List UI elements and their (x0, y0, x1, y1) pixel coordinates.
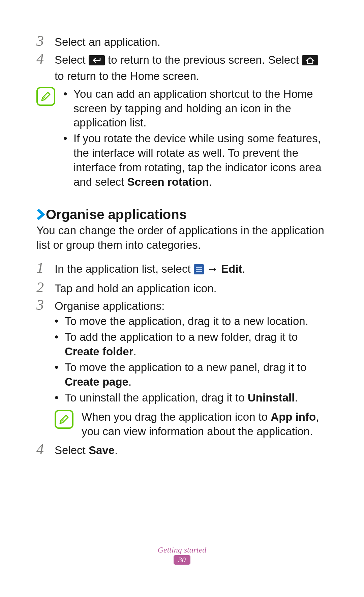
text-fragment: Select (55, 444, 89, 456)
step-1: 1 In the application list, select → Edit… (36, 261, 328, 278)
bullet-text: To add the application to a new folder, … (65, 330, 328, 359)
bold-text: Uninstall (248, 391, 295, 404)
text-fragment: → (204, 263, 221, 275)
text-fragment: . (295, 391, 298, 404)
sub-bullet: • To move the application to a new panel… (55, 360, 328, 389)
bullet-dot: • (63, 87, 73, 101)
sub-bullet: • To uninstall the application, drag it … (55, 391, 328, 405)
bold-text: Create page (65, 376, 128, 388)
bullet-text: To move the application, drag it to a ne… (65, 314, 328, 329)
note-body: When you drag the application icon to Ap… (82, 410, 328, 439)
note-bullet: • If you rotate the device while using s… (63, 131, 328, 189)
menu-key-icon (194, 264, 204, 278)
note-icon-wrap (55, 410, 82, 429)
sub-bullets: • To move the application, drag it to a … (55, 314, 328, 405)
step-text: Tap and hold an application icon. (55, 280, 217, 296)
text-fragment: . (115, 444, 118, 456)
step-2: 2 Tap and hold an application icon. (36, 280, 328, 296)
bullet-dot: • (63, 131, 73, 146)
step-3: 3 Select an application. (36, 34, 328, 50)
svg-rect-5 (196, 267, 202, 268)
bullet-dot: • (55, 330, 65, 345)
svg-rect-6 (196, 269, 202, 270)
step-number: 4 (36, 442, 55, 457)
bullet-text: You can add an application shortcut to t… (73, 87, 328, 130)
text-fragment: Select (55, 54, 89, 66)
note-block: • You can add an application shortcut to… (36, 87, 328, 191)
text-fragment: . (128, 376, 131, 388)
svg-rect-1 (302, 55, 318, 65)
note-icon (55, 410, 73, 429)
step-number: 3 (36, 298, 55, 312)
text-fragment: To uninstall the application, drag it to (65, 391, 248, 404)
note-bullet: • You can add an application shortcut to… (63, 87, 328, 130)
back-key-icon (89, 55, 105, 69)
step-text: Select Save. (55, 442, 118, 458)
step-text: Organise applications: • To move the app… (55, 298, 328, 406)
bullet-text: If you rotate the device while using som… (73, 131, 328, 189)
text-fragment: . (242, 263, 245, 275)
bullet-text: To move the application to a new panel, … (65, 360, 328, 389)
step-text: Select to return to the previous screen.… (55, 52, 328, 84)
step-number: 4 (36, 52, 55, 66)
bullet-dot: • (55, 360, 65, 375)
bullet-dot: • (55, 391, 65, 405)
bullet-dot: • (55, 314, 65, 329)
step-text: In the application list, select → Edit. (55, 261, 245, 278)
step-number: 3 (36, 34, 55, 49)
home-key-icon (302, 55, 318, 69)
step-3b: 3 Organise applications: • To move the a… (36, 298, 328, 406)
note-body: • You can add an application shortcut to… (63, 87, 328, 191)
step-lead: Organise applications: (55, 299, 328, 314)
page-number-badge: 30 (174, 555, 190, 565)
bold-text: Edit (221, 263, 242, 275)
manual-page: 3 Select an application. 4 Select to ret… (0, 0, 364, 597)
text-fragment: To add the application to a new folder, … (65, 331, 298, 343)
section-heading: Organise applications (36, 207, 328, 222)
note-icon-wrap (36, 87, 63, 106)
page-footer: Getting started 30 (0, 545, 364, 565)
text-fragment: . (133, 345, 136, 358)
text-fragment: . (209, 176, 212, 188)
text-fragment: to return to the Home screen. (55, 70, 199, 82)
bold-text: Create folder (65, 345, 133, 358)
sub-bullet: • To add the application to a new folder… (55, 330, 328, 359)
step-number: 1 (36, 261, 55, 275)
step-4: 4 Select to return to the previous scree… (36, 52, 328, 84)
step-4b: 4 Select Save. (36, 442, 328, 458)
svg-rect-7 (196, 271, 202, 272)
bold-text: App info (271, 411, 316, 423)
section-title: Organise applications (46, 207, 187, 222)
text-fragment: To move the application to a new panel, … (65, 361, 306, 374)
sub-bullet: • To move the application, drag it to a … (55, 314, 328, 329)
text-fragment: In the application list, select (55, 263, 194, 275)
step-text: Select an application. (55, 34, 160, 50)
bold-text: Screen rotation (127, 176, 209, 188)
section-description: You can change the order of applications… (36, 223, 328, 252)
note-icon (36, 87, 55, 106)
chapter-title: Getting started (0, 545, 364, 555)
text-fragment: to return to the previous screen. Select (105, 54, 302, 66)
bold-text: Save (89, 444, 115, 456)
bullet-text: To uninstall the application, drag it to… (65, 391, 328, 405)
chevron-right-icon (36, 208, 45, 220)
step-number: 2 (36, 280, 55, 295)
note-block: When you drag the application icon to Ap… (55, 410, 328, 439)
text-fragment: When you drag the application icon to (82, 411, 271, 423)
